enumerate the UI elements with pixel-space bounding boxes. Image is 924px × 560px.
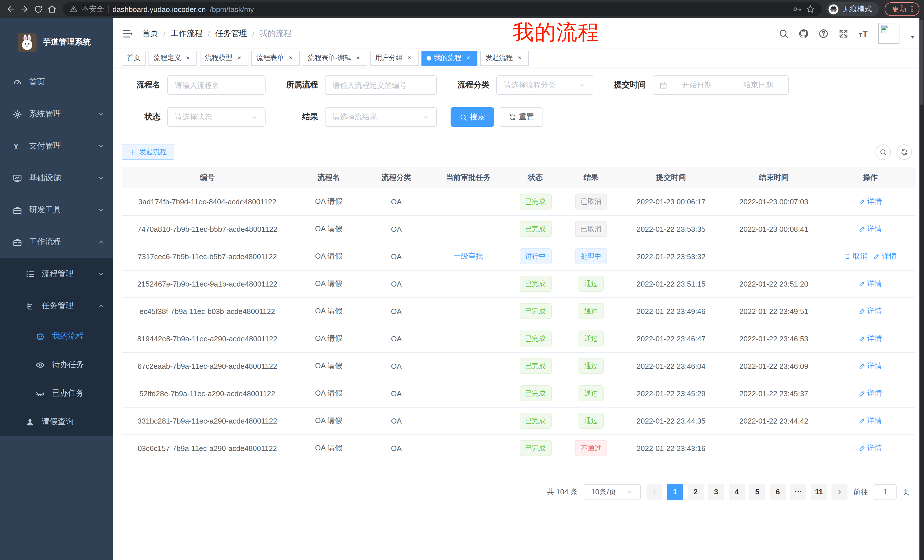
- sidebar-item-11[interactable]: 已办任务: [0, 379, 113, 407]
- tab-close-icon[interactable]: ×: [405, 54, 414, 62]
- sidebar-item-3[interactable]: ¥支付管理: [0, 130, 113, 162]
- search-button[interactable]: 搜索: [451, 107, 494, 127]
- tab-5[interactable]: 流程表单-编辑×: [303, 51, 367, 65]
- browser-update-button[interactable]: 更新: [885, 2, 920, 16]
- back-icon[interactable]: [4, 3, 17, 15]
- forward-icon[interactable]: [18, 3, 31, 15]
- scrollbar-thumb[interactable]: [920, 19, 923, 105]
- sidebar-item-8[interactable]: 任务管理: [0, 290, 113, 322]
- start-date-placeholder[interactable]: 开始日期: [673, 80, 721, 90]
- key-icon[interactable]: [793, 4, 802, 14]
- detail-link[interactable]: 详情: [859, 443, 882, 453]
- tab-4[interactable]: 流程表单×: [251, 51, 300, 65]
- cancel-link[interactable]: 取消: [844, 251, 867, 262]
- detail-link[interactable]: 详情: [859, 306, 882, 316]
- bookmark-star-icon[interactable]: [806, 4, 815, 14]
- page-button-4[interactable]: 4: [729, 484, 745, 500]
- breadcrumb-separator: /: [164, 29, 166, 38]
- page-button-6[interactable]: 6: [770, 484, 786, 500]
- breadcrumb-item[interactable]: 首页: [142, 28, 158, 39]
- page-button-5[interactable]: 5: [749, 484, 765, 500]
- avatar[interactable]: [878, 23, 900, 44]
- goto-page-input[interactable]: [874, 484, 897, 500]
- reload-icon[interactable]: [32, 3, 45, 15]
- font-size-icon[interactable]: TT: [858, 28, 868, 39]
- sidebar-item-2[interactable]: 系统管理: [0, 98, 113, 130]
- page-button-11[interactable]: 11: [811, 484, 827, 500]
- fullscreen-icon[interactable]: [838, 28, 849, 39]
- 不通过-tag: 不通过: [575, 440, 607, 456]
- svg-text:T: T: [862, 29, 868, 38]
- help-icon[interactable]: [818, 28, 829, 39]
- page-button-1[interactable]: 1: [667, 484, 683, 500]
- detail-link[interactable]: 详情: [859, 196, 882, 207]
- update-label: 更新: [892, 4, 907, 14]
- github-icon[interactable]: [798, 28, 808, 39]
- table-header-row: 编号流程名流程分类当前审批任务状态结果提交时间结束时间操作: [122, 167, 915, 188]
- submit-time: 2022-01-22 23:44:35: [620, 407, 722, 434]
- hamburger-icon[interactable]: [122, 28, 134, 39]
- submit-time-range-picker[interactable]: 开始日期 - 结束日期: [653, 75, 789, 95]
- tab-3[interactable]: 流程模型×: [200, 51, 248, 65]
- tab-close-icon[interactable]: ×: [516, 54, 524, 62]
- process-name-input[interactable]: [175, 81, 258, 89]
- detail-link[interactable]: 详情: [859, 361, 882, 371]
- detail-link[interactable]: 详情: [859, 333, 882, 344]
- end-date-placeholder[interactable]: 结束日期: [734, 80, 782, 90]
- search-icon[interactable]: [778, 28, 789, 39]
- sidebar-item-5[interactable]: 研发工具: [0, 194, 113, 226]
- page-button-3[interactable]: 3: [708, 484, 724, 500]
- toggle-search-button[interactable]: [876, 144, 891, 160]
- tab-6[interactable]: 用户分组×: [370, 51, 418, 65]
- tab-close-icon[interactable]: ×: [184, 54, 192, 62]
- current-task-link[interactable]: 一级审批: [453, 251, 483, 262]
- browser-menu-icon[interactable]: [908, 4, 916, 14]
- process-category-select[interactable]: 请选择流程分类: [496, 75, 593, 95]
- home-icon[interactable]: [46, 3, 58, 15]
- sidebar-logo[interactable]: 芋道管理系统: [0, 18, 113, 66]
- breadcrumb-item[interactable]: 任务管理: [215, 28, 247, 39]
- tab-close-icon[interactable]: ×: [464, 54, 472, 62]
- end-time: 2022-01-22 23:45:37: [722, 380, 825, 407]
- sidebar-item-9[interactable]: 我的流程: [0, 322, 113, 350]
- reset-button[interactable]: 重置: [500, 107, 543, 127]
- avatar-caret-icon[interactable]: [909, 34, 916, 40]
- column-header: 流程名: [293, 167, 364, 188]
- detail-link[interactable]: 详情: [859, 416, 882, 426]
- detail-link[interactable]: 详情: [859, 224, 882, 234]
- submit-time: 2022-01-22 23:46:04: [620, 352, 722, 380]
- actions-cell: 详情: [825, 352, 915, 380]
- page-button-2[interactable]: 2: [688, 484, 704, 500]
- prev-page-button[interactable]: [646, 484, 663, 500]
- result-select[interactable]: 请选择流结果: [325, 107, 437, 127]
- submit-time: 2022-01-22 23:53:32: [620, 243, 722, 270]
- tab-2[interactable]: 流程定义×: [148, 51, 197, 65]
- sidebar-item-7[interactable]: 流程管理: [0, 258, 113, 290]
- start-process-button[interactable]: 发起流程: [122, 144, 174, 160]
- browser-scrollbar[interactable]: [920, 18, 924, 560]
- process-definition-input[interactable]: [332, 81, 429, 89]
- detail-link[interactable]: 详情: [859, 279, 882, 289]
- tab-1[interactable]: 首页: [122, 51, 146, 65]
- tab-close-icon[interactable]: ×: [354, 54, 362, 62]
- next-page-button[interactable]: [831, 484, 848, 500]
- goto-label: 前往: [853, 487, 868, 497]
- refresh-table-button[interactable]: [897, 144, 912, 160]
- sidebar-item-12[interactable]: 请假查询: [0, 407, 113, 436]
- sidebar-item-6[interactable]: 工作流程: [0, 226, 113, 258]
- tab-close-icon[interactable]: ×: [235, 54, 243, 62]
- sidebar-item-1[interactable]: 首页: [0, 66, 113, 98]
- detail-link[interactable]: 详情: [859, 388, 882, 398]
- tab-7[interactable]: 我的流程×: [422, 51, 477, 65]
- sidebar-item-4[interactable]: 基础设施: [0, 162, 113, 194]
- status-select[interactable]: 请选择状态: [167, 107, 266, 127]
- address-bar[interactable]: 不安全 dashboard.yudao.iocoder.cn/bpm/task/…: [63, 2, 822, 16]
- page-size-select[interactable]: 10条/页: [584, 484, 641, 500]
- sidebar-item-10[interactable]: 待办任务: [0, 350, 113, 379]
- more-pages-button[interactable]: ···: [790, 484, 806, 500]
- detail-link[interactable]: 详情: [873, 251, 897, 262]
- tab-close-icon[interactable]: ×: [286, 54, 295, 62]
- breadcrumb-item[interactable]: 工作流程: [171, 28, 203, 39]
- not-secure-warning-icon[interactable]: [70, 5, 78, 13]
- tab-8[interactable]: 发起流程×: [480, 51, 529, 65]
